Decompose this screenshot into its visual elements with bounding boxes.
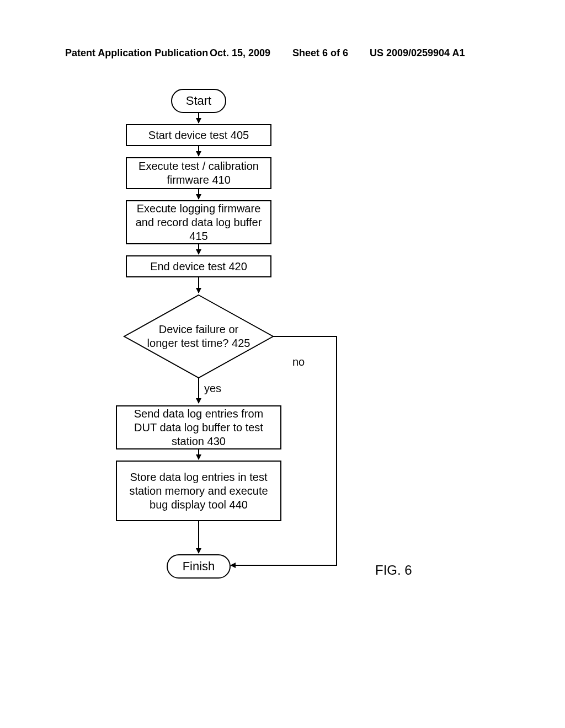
process-415: Execute logging firmware and record data…	[126, 200, 271, 244]
header-date: Oct. 15, 2009	[210, 47, 270, 59]
process-405: Start device test 405	[126, 124, 271, 146]
header-docnum: US 2009/0259904 A1	[370, 47, 465, 59]
branch-yes-label: yes	[204, 382, 221, 395]
process-430: Send data log entries from DUT data log …	[116, 405, 281, 449]
figure-label: FIG. 6	[375, 563, 412, 578]
terminator-start-label: Start	[186, 93, 211, 109]
process-420-label: End device test 420	[150, 260, 247, 274]
process-410-label: Execute test / calibration firmware 410	[131, 159, 266, 187]
page: Patent Application Publication Oct. 15, …	[0, 0, 565, 728]
process-415-label: Execute logging firmware and record data…	[131, 202, 266, 243]
terminator-start: Start	[171, 89, 226, 113]
process-410: Execute test / calibration firmware 410	[126, 157, 271, 189]
process-420: End device test 420	[126, 255, 271, 277]
flowchart: Start Start device test 405 Execute test…	[110, 85, 353, 637]
header-sheet: Sheet 6 of 6	[292, 47, 348, 59]
terminator-finish-label: Finish	[183, 559, 215, 574]
decision-425: Device failure or longer test time? 425	[124, 295, 273, 378]
process-430-label: Send data log entries from DUT data log …	[121, 407, 276, 448]
terminator-finish: Finish	[167, 554, 231, 579]
header-publication: Patent Application Publication	[65, 47, 208, 59]
process-440-label: Store data log entries in test station m…	[121, 470, 276, 512]
branch-no-label: no	[292, 356, 305, 368]
process-440: Store data log entries in test station m…	[116, 461, 281, 521]
process-405-label: Start device test 405	[148, 129, 249, 142]
decision-425-label: Device failure or longer test time? 425	[146, 323, 251, 350]
